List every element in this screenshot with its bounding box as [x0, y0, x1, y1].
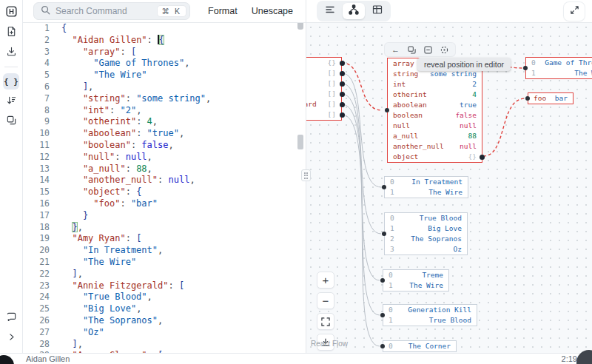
node-row: nullnull: [388, 121, 482, 131]
line-content: "In Treatment",: [50, 245, 163, 257]
graph-node-root[interactable]: Aidan Gillen{}Amy Ryan[]Annie Fitzgerald…: [306, 57, 342, 121]
line-content: "otherint": 4,: [50, 116, 158, 128]
editor-line[interactable]: 7"string": "some string",: [23, 93, 306, 105]
line-content: "object": {: [50, 186, 141, 198]
line-content: ],: [50, 269, 83, 280]
editor-line[interactable]: 11"boolean": false,: [23, 140, 306, 152]
graph-view-toggle[interactable]: [343, 3, 365, 19]
line-number: 16: [23, 198, 50, 210]
node-row: a_null88: [388, 131, 482, 141]
graph-node-amy-ryan[interactable]: 0In Treatment1The Wire: [384, 176, 468, 198]
list-view-toggle[interactable]: [319, 3, 341, 19]
editor-line[interactable]: 16"foo": "bar": [23, 198, 306, 210]
editor-line[interactable]: 14"another_null": null,: [23, 175, 306, 186]
copy-node-button[interactable]: [408, 46, 416, 54]
line-content: "Annie Fitzgerald": [: [50, 280, 184, 292]
view-toggle-group: [317, 1, 391, 21]
back-button[interactable]: ←: [391, 46, 400, 54]
editor-line[interactable]: 28],: [23, 339, 306, 351]
editor-line[interactable]: 12"null": null,: [23, 152, 306, 164]
editor-line[interactable]: 10"aboolean": "true",: [23, 128, 306, 140]
node-row: 1Big Love: [385, 223, 467, 234]
line-content: "another_null": null,: [50, 175, 195, 186]
node-row: 3Oz: [385, 244, 467, 255]
expand-icon: [570, 4, 579, 18]
graph-node-alice-farmer[interactable]: 0The Corner: [383, 340, 457, 352]
fit-view-button[interactable]: [317, 313, 334, 330]
transform-button[interactable]: [3, 93, 19, 109]
target-handle: [380, 313, 385, 317]
json-code-editor[interactable]: 1{2"Aidan Gillen": {3"array": [4"Game of…: [23, 23, 306, 353]
graph-node-annie-fitzgerald[interactable]: 0True Blood1Big Love2The Sopranos3Oz: [384, 212, 468, 255]
sort-icon: [6, 95, 17, 109]
zoom-out-button[interactable]: −: [317, 292, 334, 309]
feedback-button[interactable]: [3, 310, 19, 326]
graph-icon: [349, 4, 359, 18]
collapse-node-button[interactable]: [424, 46, 432, 54]
editor-line[interactable]: 24"True Blood",: [23, 291, 306, 303]
node-row: Alice Farmer[]: [306, 109, 341, 120]
editor-line[interactable]: 13"a_null": 88,: [23, 164, 306, 175]
editor-line[interactable]: 22],: [23, 269, 306, 280]
editor-line[interactable]: 1{: [23, 23, 306, 35]
editor-view-button[interactable]: { }: [3, 73, 19, 90]
editor-line[interactable]: 17}: [23, 210, 306, 222]
editor-line[interactable]: 6],: [23, 81, 306, 93]
pane-resize-handle[interactable]: [301, 169, 311, 181]
editor-line[interactable]: 3"array": [: [23, 47, 306, 58]
line-number: 3: [23, 47, 50, 58]
line-number: 18: [23, 222, 50, 234]
search-shortcut-badge: ⌘ K: [158, 6, 186, 16]
status-timer: 2:19: [562, 354, 577, 363]
editor-line[interactable]: 18},: [23, 222, 306, 234]
graph-node-aidan-gillen-object[interactable]: arraystringsome stringint2otherint4abool…: [387, 58, 482, 163]
sidebar-divider: [4, 67, 18, 67]
editor-line[interactable]: 20"In Treatment",: [23, 245, 306, 257]
import-button[interactable]: [3, 44, 19, 61]
editor-line[interactable]: 8"int": "2",: [23, 105, 306, 117]
editor-line[interactable]: 15"object": {: [23, 186, 306, 198]
line-content: "int": "2",: [50, 105, 141, 117]
graph-canvas[interactable]: ← reveal position in editor + −: [306, 23, 592, 353]
graph-node-object-foo[interactable]: foobar: [528, 92, 574, 104]
line-number: 1: [23, 23, 50, 35]
reveal-tooltip: reveal position in editor: [417, 58, 511, 71]
editor-scrollbar-marker: [297, 135, 303, 149]
editor-line[interactable]: 25"Big Love",: [23, 303, 306, 315]
focus-node-button[interactable]: [440, 46, 448, 54]
node-row: 1The Wire: [383, 280, 448, 291]
editor-line[interactable]: 9"otherint": 4,: [23, 116, 306, 128]
table-view-toggle[interactable]: [366, 3, 388, 19]
source-handle: [340, 71, 345, 76]
search-command-input[interactable]: Search Command ⌘ K: [33, 2, 190, 20]
format-button[interactable]: Format: [208, 6, 238, 16]
search-icon: [41, 5, 50, 17]
line-number: 9: [23, 116, 50, 128]
graph-node-anwan-glover[interactable]: 0Treme1The Wire: [383, 269, 449, 291]
editor-line[interactable]: 2"Aidan Gillen": {: [23, 35, 306, 47]
fullscreen-button[interactable]: [564, 2, 585, 21]
search-placeholder: Search Command: [56, 6, 127, 16]
source-handle: [340, 81, 345, 87]
collapse-sidebar-button[interactable]: [3, 330, 19, 346]
editor-line[interactable]: 26"The Sopranos",: [23, 315, 306, 327]
editor-line[interactable]: 21"The Wire": [23, 257, 306, 269]
line-content: "Amy Ryan": [: [50, 233, 141, 245]
graph-node-aidan-gillen-array[interactable]: 0Game of Thrones1The Wire: [525, 57, 592, 79]
line-content: "a_null": 88,: [50, 164, 152, 175]
editor-line[interactable]: 23"Annie Fitzgerald": [: [23, 280, 306, 292]
target-handle: [385, 108, 389, 112]
editor-line[interactable]: 5"The Wire": [23, 70, 306, 81]
line-content: "foo": "bar": [50, 198, 158, 210]
editor-line[interactable]: 4"Game of Thrones",: [23, 58, 306, 70]
node-toolbar: ←: [385, 43, 455, 56]
node-row: 0In Treatment: [385, 177, 468, 187]
line-number: 12: [23, 152, 50, 164]
instances-button[interactable]: [3, 113, 19, 129]
zoom-in-button[interactable]: +: [317, 272, 334, 289]
new-file-button[interactable]: [3, 24, 19, 41]
graph-node-alexander-skarsgard[interactable]: 0Generation Kill1True Blood: [383, 304, 477, 326]
editor-line[interactable]: 27"Oz": [23, 327, 306, 339]
unescape-button[interactable]: Unescape: [252, 6, 293, 16]
editor-line[interactable]: 19"Amy Ryan": [: [23, 233, 306, 245]
